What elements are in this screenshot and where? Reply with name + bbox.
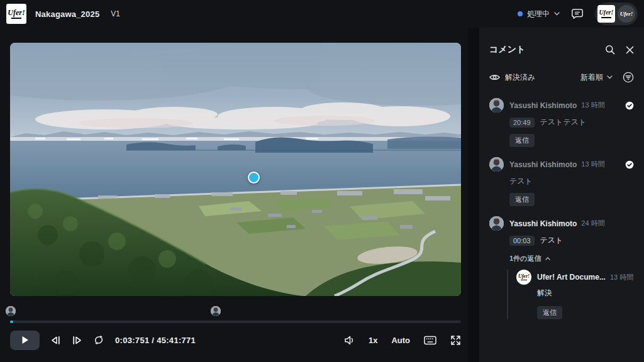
ufer-logo-subline xyxy=(11,18,21,19)
playback-progress xyxy=(10,321,13,323)
sort-order-dropdown[interactable]: 新着順 xyxy=(580,72,613,83)
chevron-down-icon xyxy=(607,75,613,79)
keyboard-shortcuts-button[interactable] xyxy=(424,336,436,345)
close-icon xyxy=(626,46,634,54)
resolved-check-button[interactable] xyxy=(625,160,634,169)
user-round-avatar[interactable]: Ufer! xyxy=(618,5,635,23)
filter-comments-button[interactable] xyxy=(623,72,634,83)
comments-panel: コメント xyxy=(479,28,644,362)
workspace-square-avatar-subline xyxy=(601,17,611,18)
replies-collapse-toggle[interactable]: 1件の返信 xyxy=(509,254,634,263)
version-selector[interactable]: V1 xyxy=(111,9,120,18)
reply-avatar-logo-subline xyxy=(521,280,527,280)
keyboard-icon xyxy=(424,336,436,345)
reply-text: 解決 xyxy=(537,288,552,299)
check-circle-icon xyxy=(625,101,634,110)
next-frame-icon xyxy=(72,336,82,345)
playback-speed-button[interactable]: 1x xyxy=(369,336,377,345)
quality-selector-button[interactable]: Auto xyxy=(391,336,410,345)
comments-list: Yasushi Kishimoto 13 時間 20:49 テストテスト 返信 xyxy=(489,98,634,319)
timecode-badge[interactable]: 00:03 xyxy=(509,236,535,246)
reply-button[interactable]: 返信 xyxy=(509,134,535,147)
previous-frame-button[interactable] xyxy=(50,336,61,345)
fullscreen-button[interactable] xyxy=(450,335,461,346)
loop-button[interactable] xyxy=(93,335,104,345)
previous-frame-icon xyxy=(50,336,61,345)
video-player[interactable] xyxy=(10,43,461,296)
loop-icon xyxy=(93,335,104,345)
status-dot-icon xyxy=(518,11,523,16)
reply-button[interactable]: 返信 xyxy=(509,193,535,206)
resolved-filter-label: 解決済み xyxy=(505,72,535,83)
commenter-avatar[interactable] xyxy=(489,98,504,112)
reply-author-name: Ufer! Art Docume... xyxy=(537,273,606,282)
user-round-avatar-text: Ufer! xyxy=(620,11,633,17)
next-frame-button[interactable] xyxy=(72,336,82,345)
close-panel-button[interactable] xyxy=(626,46,634,54)
panel-divider xyxy=(468,28,479,362)
filter-icon xyxy=(623,72,634,83)
player-controls: 0:03:751 / 45:41:771 1x Auto xyxy=(10,329,461,351)
show-resolved-toggle[interactable]: 解決済み xyxy=(489,72,535,83)
comment-item[interactable]: Yasushi Kishimoto 24 時間 00:03 テスト 1件の返信 xyxy=(489,216,634,319)
status-dropdown[interactable]: 処理中 xyxy=(518,9,560,19)
volume-button[interactable] xyxy=(344,336,355,345)
comments-panel-title: コメント xyxy=(489,44,525,55)
video-frame-landscape xyxy=(10,43,461,296)
timecode-badge[interactable]: 20:49 xyxy=(509,118,535,128)
commenter-name: Yasushi Kishimoto xyxy=(509,219,577,228)
search-icon xyxy=(605,45,615,55)
comment-text: テスト xyxy=(540,235,564,246)
document-title: Nakagawa_2025 xyxy=(35,9,99,19)
comment-text: テスト xyxy=(509,176,533,187)
comment-text: テストテスト xyxy=(540,117,587,128)
status-label: 処理中 xyxy=(527,9,550,19)
comment-age: 13 時間 xyxy=(581,101,604,110)
workspace-square-avatar[interactable]: Ufer! xyxy=(597,5,615,23)
reply-age: 13 時間 xyxy=(610,273,633,282)
comment-item[interactable]: Yasushi Kishimoto 13 時間 テスト 返信 xyxy=(489,157,634,206)
play-icon xyxy=(21,336,29,344)
search-comments-button[interactable] xyxy=(605,45,615,55)
reply-author-avatar[interactable]: Ufer! xyxy=(516,270,531,285)
sort-order-label: 新着順 xyxy=(580,72,603,83)
timecode-display: 0:03:751 / 45:41:771 xyxy=(115,336,196,345)
eye-icon xyxy=(489,74,500,81)
comment-item[interactable]: Yasushi Kishimoto 13 時間 20:49 テストテスト 返信 xyxy=(489,98,634,147)
comment-marker[interactable] xyxy=(248,172,260,184)
timeline-comment-avatar[interactable] xyxy=(6,306,16,316)
fullscreen-icon xyxy=(450,335,461,346)
chevron-down-icon xyxy=(554,12,560,16)
replies-count-label: 1件の返信 xyxy=(509,254,541,263)
commenter-name: Yasushi Kishimoto xyxy=(509,101,577,110)
workspace-square-avatar-text: Ufer! xyxy=(599,9,614,16)
comment-age: 13 時間 xyxy=(581,160,604,169)
chevron-up-icon xyxy=(545,257,550,260)
commenter-avatar[interactable] xyxy=(489,216,504,231)
commenter-avatar[interactable] xyxy=(489,157,504,172)
commenter-name: Yasushi Kishimoto xyxy=(509,160,577,169)
reply-avatar-logo-text: Ufer! xyxy=(518,274,530,279)
comment-age: 24 時間 xyxy=(581,219,604,228)
topbar: Ufer! Nakagawa_2025 V1 処理中 xyxy=(0,0,644,28)
reply-thread: Ufer! Ufer! Art Docume... 13 時間 解決 返信 xyxy=(507,270,634,319)
workspace-avatars: Ufer! Ufer! xyxy=(595,3,638,25)
comment-bubble-icon xyxy=(571,8,584,19)
volume-icon xyxy=(344,336,355,345)
ufer-logo[interactable]: Ufer! xyxy=(6,4,26,24)
ufer-logo-text: Ufer! xyxy=(8,9,25,16)
resolved-check-button[interactable] xyxy=(625,101,634,110)
app-window: Ufer! Nakagawa_2025 V1 処理中 xyxy=(0,0,644,362)
reply-button[interactable]: 返信 xyxy=(537,306,562,319)
comments-toggle-button[interactable] xyxy=(571,8,584,19)
timeline-scrubber[interactable] xyxy=(10,321,461,323)
check-circle-icon xyxy=(625,160,634,169)
timeline-comment-avatar[interactable] xyxy=(211,306,221,316)
play-button[interactable] xyxy=(10,331,40,350)
